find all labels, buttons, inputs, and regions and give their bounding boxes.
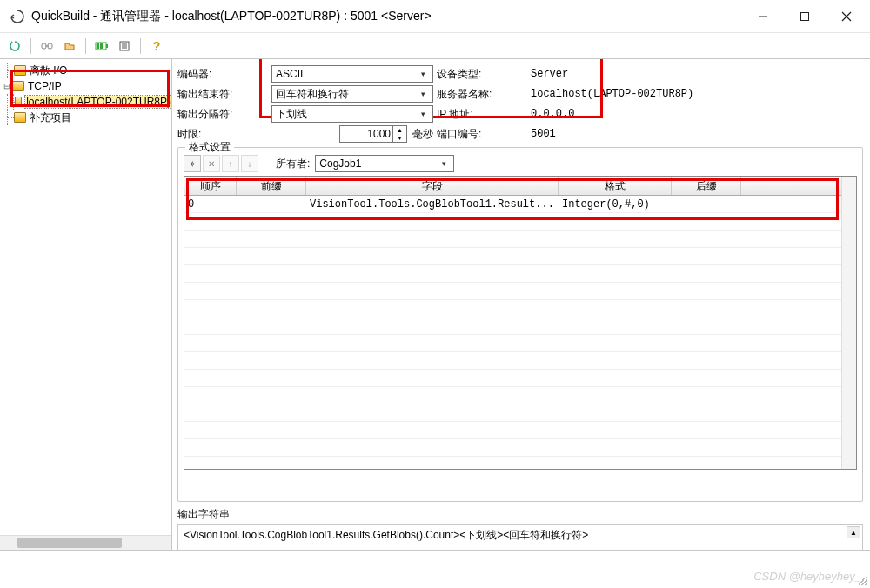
output-terminator-combo[interactable]: 回车符和换行符 ▾ [271,85,433,103]
battery-icon[interactable] [92,37,111,56]
encoder-combo[interactable]: ASCII ▾ [271,65,433,83]
move-up-button[interactable]: ↑ [222,155,239,172]
format-settings-group: 格式设置 ✧ ✕ ↑ ↓ 所有者: CogJob1 ▾ 顺序 前缀 字段 格式 [177,147,863,502]
col-order[interactable]: 顺序 [184,177,237,195]
owner-combo[interactable]: CogJob1 ▾ [315,155,454,172]
help-icon[interactable]: ? [147,37,166,56]
resize-handle[interactable] [856,574,868,586]
device-type-label: 设备类型: [437,67,515,82]
table-scrollbar[interactable] [841,177,856,469]
table-header: 顺序 前缀 字段 格式 后缀 [184,177,856,196]
chevron-down-icon: ▾ [415,106,431,122]
chevron-down-icon: ▾ [415,66,431,82]
output-label: 输出字符串 [177,507,863,522]
output-separator-label: 输出分隔符: [177,107,271,122]
svg-rect-8 [106,44,108,48]
owner-label: 所有者: [276,157,310,171]
device-type-value: Server [531,68,568,80]
svg-rect-9 [97,43,99,49]
col-prefix[interactable]: 前缀 [237,177,306,195]
refresh-icon[interactable] [5,37,24,56]
maximize-button[interactable] [785,3,825,30]
col-suffix[interactable]: 后缀 [672,177,741,195]
ip-value: 0.0.0.0 [531,108,574,120]
main-area: 离散 I/O ⊟ TCP/IP localhost(LAPTOP-002TUR8… [0,59,870,550]
window-controls [743,3,867,30]
sidebar-scrollbar[interactable] [0,535,171,550]
timeout-input[interactable] [339,125,393,143]
tree-item-supplement[interactable]: 补充项目 [0,110,171,125]
sidebar: 离散 I/O ⊟ TCP/IP localhost(LAPTOP-002TUR8… [0,59,172,550]
output-scrollbar[interactable]: ▲ ▼ [845,525,862,550]
delete-button[interactable]: ✕ [203,155,220,172]
toolbar: ? [0,33,870,59]
col-field[interactable]: 字段 [306,177,559,195]
timeout-unit: 毫秒 [412,127,433,142]
col-format[interactable]: 格式 [559,177,672,195]
titlebar: QuickBuild - 通讯管理器 - localhost(LAPTOP-00… [0,0,870,33]
format-table: 顺序 前缀 字段 格式 后缀 0 VisionTool.Tools.CogBlo… [184,176,857,470]
tree-item-localhost[interactable]: localhost(LAPTOP-002TUR8P) [0,94,171,110]
app-icon [9,8,26,25]
tree: 离散 I/O ⊟ TCP/IP localhost(LAPTOP-002TUR8… [0,63,171,125]
svg-rect-10 [100,43,103,49]
server-name-label: 服务器名称: [437,87,515,102]
port-value: 5001 [531,128,556,140]
window-title: QuickBuild - 通讯管理器 - localhost(LAPTOP-00… [31,9,743,24]
link-icon[interactable] [37,37,57,56]
chevron-down-icon: ▾ [436,156,452,171]
folder-icon [12,81,24,91]
folder-icon [14,65,26,76]
ip-label: IP 地址: [437,107,515,122]
tree-item-tcpip[interactable]: ⊟ TCP/IP [0,78,171,94]
output-terminator-label: 输出结束符: [177,87,271,102]
encoder-label: 编码器: [177,67,271,82]
open-icon[interactable] [60,37,79,56]
timeout-label: 时限: [177,127,271,142]
list-icon[interactable] [115,37,134,56]
tree-item-discrete-io[interactable]: 离散 I/O [0,63,171,78]
watermark: CSDN @heyheyhey_ [753,570,861,583]
output-string-box: <VisionTool.Tools.CogBlobTool1.Results.G… [177,524,863,550]
folder-icon [14,112,26,123]
minimize-button[interactable] [743,3,783,30]
content-panel: 编码器: ASCII ▾ 设备类型: Server 输出结束符: 回车符和换行符… [172,59,870,550]
add-button[interactable]: ✧ [184,155,201,172]
table-row[interactable]: 0 VisionTool.Tools.CogBlobTool1.Result..… [184,196,856,213]
port-label: 端口编号: [437,127,515,142]
folder-icon [15,97,22,107]
server-name-value: localhost(LAPTOP-002TUR8P) [531,88,693,100]
group-title: 格式设置 [185,140,234,155]
scroll-up-icon[interactable]: ▲ [847,526,860,538]
timeout-spinner[interactable]: ▲▼ [393,125,407,143]
chevron-down-icon: ▾ [415,86,431,102]
output-separator-combo[interactable]: 下划线 ▾ [271,105,433,123]
collapse-icon[interactable]: ⊟ [2,82,12,90]
svg-rect-1 [801,12,809,20]
close-button[interactable] [826,3,867,30]
output-section: 输出字符串 <VisionTool.Tools.CogBlobTool1.Res… [177,507,863,550]
move-down-button[interactable]: ↓ [241,155,258,172]
